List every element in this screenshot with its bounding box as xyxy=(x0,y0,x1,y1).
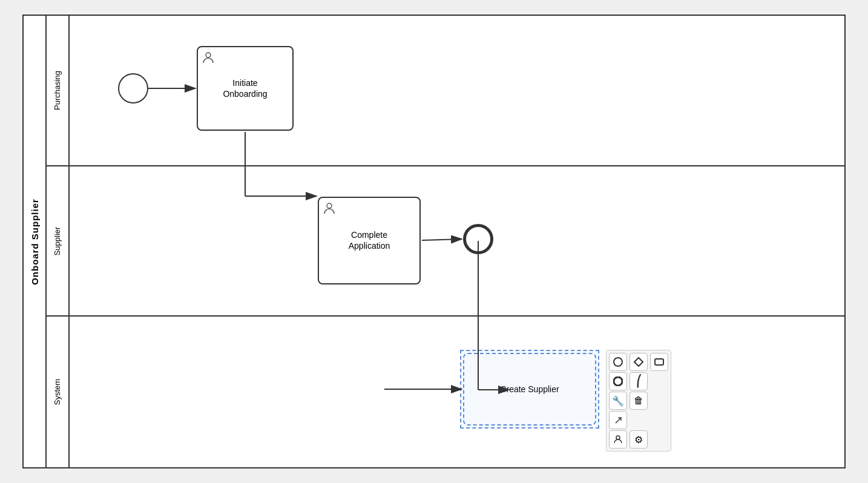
add-task-button[interactable] xyxy=(650,353,668,371)
task-initiate-onboarding[interactable]: InitiateOnboarding xyxy=(197,46,294,131)
svg-line-5 xyxy=(422,239,462,240)
toolbar-row-3: 🔧 🗑 xyxy=(609,392,668,410)
add-gateway-button[interactable] xyxy=(630,353,648,371)
svg-point-6 xyxy=(614,358,622,366)
task-complete-application[interactable]: CompleteApplication xyxy=(318,197,421,284)
svg-point-10 xyxy=(616,436,620,439)
lane-purchasing-content: InitiateOnboarding xyxy=(70,16,844,165)
delete-button[interactable]: 🗑 xyxy=(630,392,648,410)
lanes-container: Purchasing InitiateOnboarding xyxy=(47,16,844,467)
purchasing-flows xyxy=(70,16,844,165)
svg-marker-7 xyxy=(634,358,643,366)
lane-supplier-content: CompleteApplication xyxy=(70,166,844,316)
lane-purchasing-label-col: Purchasing xyxy=(47,16,70,165)
svg-point-9 xyxy=(614,377,622,386)
add-subprocess-button[interactable]: ⎛ xyxy=(630,372,648,390)
person-icon xyxy=(202,51,215,67)
system-flows xyxy=(70,317,844,467)
context-toolbar: ⎛ 🔧 🗑 ↗ xyxy=(606,350,671,452)
create-supplier-label: Create Supplier xyxy=(500,384,559,395)
settings-button[interactable]: ⚙ xyxy=(630,430,648,448)
intermediate-event[interactable] xyxy=(463,224,493,254)
assign-user-button[interactable] xyxy=(609,430,627,448)
lane-system: System Create Supplier xyxy=(47,317,844,467)
supplier-flows xyxy=(70,166,844,316)
task-create-supplier[interactable]: Create Supplier xyxy=(463,353,596,426)
start-event[interactable] xyxy=(118,73,148,104)
complete-application-label: CompleteApplication xyxy=(349,229,390,251)
toolbar-row-2: ⎛ xyxy=(609,372,668,390)
pool-label: Onboard Supplier xyxy=(24,16,47,467)
lane-system-label-col: System xyxy=(47,317,70,467)
lane-supplier: Supplier CompleteApplication xyxy=(47,166,844,317)
lane-system-content: Create Supplier xyxy=(70,317,844,467)
svg-rect-8 xyxy=(655,359,663,365)
add-circle-button[interactable] xyxy=(609,353,627,371)
toolbar-row-5: ⚙ xyxy=(609,430,668,448)
wrench-button[interactable]: 🔧 xyxy=(609,392,627,410)
svg-point-0 xyxy=(206,53,211,58)
person-icon-2 xyxy=(323,202,336,218)
toolbar-row-1 xyxy=(609,353,668,371)
lane-supplier-label-col: Supplier xyxy=(47,166,70,316)
initiate-onboarding-label: InitiateOnboarding xyxy=(223,77,267,99)
bpmn-canvas: Onboard Supplier Purchasing xyxy=(22,15,846,468)
toolbar-row-4: ↗ xyxy=(609,411,668,429)
lane-purchasing: Purchasing InitiateOnboarding xyxy=(47,16,844,166)
svg-point-3 xyxy=(327,203,332,208)
connect-button[interactable]: ↗ xyxy=(609,411,627,429)
add-end-event-button[interactable] xyxy=(609,372,627,390)
